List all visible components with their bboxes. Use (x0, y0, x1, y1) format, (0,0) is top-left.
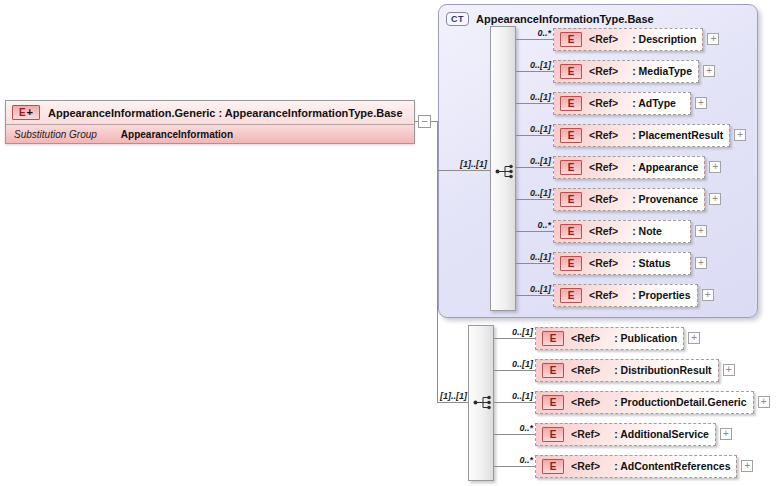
element-box-distributionresult[interactable]: E <Ref> : DistributionResult (535, 359, 719, 382)
element-box-status[interactable]: E <Ref> : Status (553, 252, 691, 275)
sequence-icon (472, 394, 494, 411)
ref-label: <Ref> (589, 161, 618, 173)
element-box-additionalservice[interactable]: E <Ref> : AdditionalService (535, 423, 716, 446)
complex-type-title: AppearanceInformationType.Base (476, 13, 654, 25)
element-substitution-head-icon: E+ (12, 105, 40, 120)
element-row-productiondetail: 0..[1] E <Ref> : ProductionDetail.Generi… (494, 390, 770, 414)
element-name: : AdType (632, 97, 676, 109)
element-name: : Properties (632, 289, 690, 301)
cardinality-label: 0..[1] (512, 391, 533, 401)
cardinality-label: 0..* (519, 455, 533, 465)
connector-trunk-line (437, 121, 438, 403)
element-box-properties[interactable]: E <Ref> : Properties (553, 284, 698, 307)
element-box-productiondetail[interactable]: E <Ref> : ProductionDetail.Generic (535, 391, 754, 414)
element-row-adcontentreferences: 0..* E <Ref> : AdContentReferences + (494, 454, 753, 478)
element-name: : MediaType (632, 65, 692, 77)
expand-icon[interactable]: + (758, 396, 770, 408)
ref-label: <Ref> (589, 33, 618, 45)
cardinality-label: 0..[1] (512, 359, 533, 369)
cardinality-label: 0..[1] (530, 284, 551, 294)
element-box-appearance[interactable]: E <Ref> : Appearance (553, 156, 705, 179)
element-name: : Status (632, 257, 671, 269)
expand-icon[interactable]: + (741, 460, 753, 472)
expand-icon[interactable]: + (723, 364, 735, 376)
element-box-description[interactable]: E <Ref> : Description (553, 28, 703, 51)
connector-line: 0..[1] (516, 263, 553, 264)
cardinality-label: 0..[1] (530, 92, 551, 102)
sequence-cardinality-label: [1]..[1] (460, 159, 487, 169)
element-name: : Publication (614, 332, 677, 344)
element-name: : AdContentReferences (614, 460, 730, 472)
expand-icon[interactable]: + (720, 428, 732, 440)
global-element-header: E+ AppearanceInformation.Generic : Appea… (6, 101, 414, 125)
element-icon: E (560, 64, 582, 79)
complex-type-icon: CT (446, 12, 469, 26)
element-icon: E (560, 128, 582, 143)
connector-line: 0..[1] (516, 103, 553, 104)
cardinality-label: 0..[1] (530, 252, 551, 262)
expand-icon[interactable]: + (709, 161, 721, 173)
element-row-appearance: 0..[1] E <Ref> : Appearance + (516, 155, 721, 179)
substitution-group-value: AppearanceInformation (121, 129, 233, 140)
element-icon: E (542, 363, 564, 378)
connector-line: 0..[1] (494, 402, 535, 403)
substitution-group-row: Substitution Group AppearanceInformation (6, 125, 414, 143)
expand-icon[interactable]: + (695, 97, 707, 109)
element-icon: E (560, 192, 582, 207)
element-row-status: 0..[1] E <Ref> : Status + (516, 251, 707, 275)
cardinality-label: 0..[1] (530, 188, 551, 198)
element-row-provenance: 0..[1] E <Ref> : Provenance + (516, 187, 721, 211)
schema-diagram: E+ AppearanceInformation.Generic : Appea… (0, 0, 781, 486)
expand-icon[interactable]: + (709, 193, 721, 205)
plus-glyph: + (27, 106, 33, 118)
element-box-placementresult[interactable]: E <Ref> : PlacementResult (553, 124, 730, 147)
sequence-icon (494, 163, 516, 180)
cardinality-label: 0..[1] (530, 124, 551, 134)
cardinality-label: 0..* (519, 423, 533, 433)
element-icon: E (560, 224, 582, 239)
element-icon: E (542, 395, 564, 410)
ref-label: <Ref> (589, 129, 618, 141)
element-icon: E (560, 288, 582, 303)
expand-icon[interactable]: + (695, 225, 707, 237)
connector-line: 0..[1] (516, 167, 553, 168)
element-row-mediatype: 0..[1] E <Ref> : MediaType + (516, 59, 715, 83)
ref-label: <Ref> (571, 364, 600, 376)
element-name: : Provenance (632, 193, 698, 205)
element-row-description: 0..* E <Ref> : Description + (516, 27, 719, 51)
element-box-publication[interactable]: E <Ref> : Publication (535, 327, 684, 350)
element-row-adtype: 0..[1] E <Ref> : AdType + (516, 91, 707, 115)
cardinality-label: 0..* (537, 220, 551, 230)
element-name: : Note (632, 225, 662, 237)
ref-label: <Ref> (589, 65, 618, 77)
connector-to-basetype: [1]..[1] (437, 170, 490, 171)
global-element-title: AppearanceInformation.Generic : Appearan… (48, 107, 403, 119)
ref-label: <Ref> (589, 225, 618, 237)
element-name: : PlacementResult (632, 129, 723, 141)
expand-icon[interactable]: + (702, 289, 714, 301)
expand-icon[interactable]: + (703, 65, 715, 77)
element-name: : Appearance (632, 161, 698, 173)
expand-icon[interactable]: + (707, 33, 719, 45)
expand-icon[interactable]: + (688, 332, 700, 344)
element-row-placementresult: 0..[1] E <Ref> : PlacementResult + (516, 123, 746, 147)
complex-type-header: CT AppearanceInformationType.Base (446, 12, 654, 26)
expand-icon[interactable]: + (695, 257, 707, 269)
element-box-adtype[interactable]: E <Ref> : AdType (553, 92, 691, 115)
element-name: : AdditionalService (614, 428, 709, 440)
global-element-box[interactable]: E+ AppearanceInformation.Generic : Appea… (5, 100, 415, 144)
connector-line: 0..[1] (516, 199, 553, 200)
expand-icon[interactable]: + (734, 129, 746, 141)
cardinality-label: 0..[1] (530, 60, 551, 70)
cardinality-label: 0..[1] (512, 327, 533, 337)
collapse-icon[interactable]: − (418, 115, 431, 128)
cardinality-label: 0..* (537, 28, 551, 38)
connector-line: 0..* (494, 466, 535, 467)
element-box-note[interactable]: E <Ref> : Note (553, 220, 691, 243)
element-box-adcontentreferences[interactable]: E <Ref> : AdContentReferences (535, 455, 737, 478)
element-box-mediatype[interactable]: E <Ref> : MediaType (553, 60, 699, 83)
element-box-provenance[interactable]: E <Ref> : Provenance (553, 188, 705, 211)
element-row-note: 0..* E <Ref> : Note + (516, 219, 707, 243)
element-icon: E (542, 459, 564, 474)
connector-line: 0..[1] (494, 338, 535, 339)
